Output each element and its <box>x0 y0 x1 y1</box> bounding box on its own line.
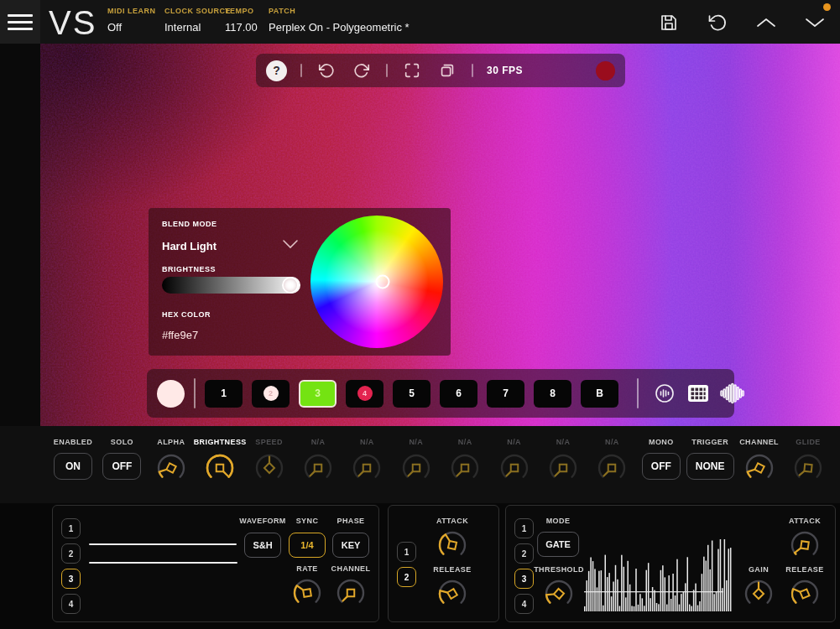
envelope-step-1[interactable]: 1 <box>397 542 416 562</box>
lfo-channel-knob[interactable] <box>332 574 369 611</box>
env-release-knob[interactable] <box>434 575 471 612</box>
grid-view-button[interactable] <box>681 380 715 408</box>
layer-button-B[interactable]: B <box>581 380 618 408</box>
param-n-a-knob[interactable] <box>545 450 582 486</box>
param-n-a-knob[interactable] <box>348 450 385 486</box>
fps-indicator: 30 FPS <box>487 65 523 76</box>
param-enabled-button[interactable]: ON <box>54 453 92 480</box>
layer-button-5[interactable]: 5 <box>393 380 430 408</box>
phase-select-button[interactable]: KEY <box>332 533 369 558</box>
param-n-a-knob[interactable] <box>496 450 533 486</box>
grid-icon <box>686 382 711 405</box>
param-alpha-knob[interactable] <box>153 450 190 486</box>
audio-waveform-display <box>584 536 733 615</box>
brightness-slider-thumb[interactable] <box>282 277 299 294</box>
tempo-field[interactable]: TEMPO 117.00 <box>225 7 258 34</box>
help-button[interactable]: ? <box>266 60 287 81</box>
mode-select-button[interactable]: GATE <box>537 532 579 557</box>
undo-button[interactable] <box>707 12 728 34</box>
current-color-swatch[interactable] <box>157 380 185 408</box>
param-n-a-knob[interactable] <box>398 450 435 486</box>
scrub-view-button[interactable] <box>648 380 681 408</box>
layer-button-8[interactable]: 8 <box>534 380 571 408</box>
next-patch-button[interactable] <box>804 12 826 34</box>
param-channel-knob[interactable] <box>741 450 778 486</box>
hamburger-menu-icon[interactable] <box>0 0 40 44</box>
duplicate-icon <box>438 61 457 80</box>
lfo-step-3[interactable]: 3 <box>61 569 81 589</box>
param-n-a: N/A <box>441 438 489 486</box>
param-solo-button[interactable]: OFF <box>102 453 141 480</box>
clock-source-label: CLOCK SOURCE <box>164 7 231 15</box>
param-speed: SPEED <box>245 438 294 486</box>
param-n-a-knob[interactable] <box>446 450 483 486</box>
color-picker-panel: BLEND MODE Hard Light BRIGHTNESS HEX COL… <box>149 208 451 356</box>
param-trigger-button[interactable]: NONE <box>686 453 734 480</box>
visual-canvas[interactable]: ? 30 FPS <box>40 44 840 426</box>
envelope-step-2[interactable]: 2 <box>397 567 416 587</box>
blend-mode-dropdown[interactable] <box>281 238 300 253</box>
vs-app-window: VS MIDI LEARN Off CLOCK SOURCE Internal … <box>0 0 840 629</box>
param-brightness-knob[interactable] <box>201 450 238 486</box>
patch-field[interactable]: PATCH Perplex On - Polygeometric * <box>269 7 410 34</box>
layer-button-6[interactable]: 6 <box>440 380 477 408</box>
layer-button-7[interactable]: 7 <box>487 380 524 408</box>
param-enabled-label: ENABLED <box>54 438 92 448</box>
toolbar-separator <box>472 64 473 77</box>
fullscreen-icon <box>403 61 421 80</box>
notification-dot <box>823 3 831 11</box>
audio-attack-label: ATTACK <box>771 517 838 525</box>
layer-button-3[interactable]: 3 <box>299 380 337 408</box>
save-button[interactable] <box>658 12 680 34</box>
fullscreen-button[interactable] <box>401 60 423 81</box>
param-mono-button[interactable]: OFF <box>642 453 681 480</box>
hex-color-label: HEX COLOR <box>162 310 211 319</box>
param-mono-label: MONO <box>649 438 674 448</box>
canvas-redo-button[interactable] <box>351 60 373 81</box>
lfo-waveform-display <box>89 562 237 564</box>
layer-button-2[interactable]: 2 <box>252 380 290 408</box>
rate-knob[interactable] <box>289 574 326 611</box>
param-n-a-label: N/A <box>409 438 423 448</box>
threshold-knob[interactable] <box>540 575 577 612</box>
duplicate-button[interactable] <box>436 60 458 81</box>
waveform-view-button[interactable] <box>715 380 749 408</box>
midi-learn-field[interactable]: MIDI LEARN Off <box>107 7 156 34</box>
gain-knob[interactable] <box>740 575 777 612</box>
param-channel: CHANNEL <box>735 438 784 486</box>
param-n-a: N/A <box>294 438 342 486</box>
lfo-step-4[interactable]: 4 <box>61 594 81 614</box>
audio-step-4[interactable]: 4 <box>514 594 534 614</box>
audio-follower-panel: 1234 MODE GATE THRESHOLD GAIN ATTACK REL… <box>505 505 836 622</box>
lfo-step-1[interactable]: 1 <box>61 518 81 538</box>
chevron-up-icon <box>755 16 777 29</box>
brightness-slider[interactable] <box>162 277 300 294</box>
color-wheel-selector[interactable] <box>376 275 390 289</box>
param-speed-knob[interactable] <box>251 450 288 486</box>
mode-label: MODE <box>524 517 592 525</box>
audio-release-knob[interactable] <box>786 575 823 612</box>
audio-step-2[interactable]: 2 <box>514 543 534 564</box>
clock-source-field[interactable]: CLOCK SOURCE Internal <box>164 7 231 34</box>
waveform-select-button[interactable]: S&H <box>244 533 281 558</box>
threshold-label: THRESHOLD <box>525 565 592 574</box>
lfo-step-2[interactable]: 2 <box>61 543 81 564</box>
env-attack-knob[interactable] <box>434 527 471 564</box>
audio-attack-knob[interactable] <box>786 527 823 564</box>
previous-patch-button[interactable] <box>755 12 777 34</box>
param-trigger-label: TRIGGER <box>691 438 728 448</box>
layer-button-4[interactable]: 4 <box>346 380 383 408</box>
layer-button-1[interactable]: 1 <box>205 380 243 408</box>
sync-select-button[interactable]: 1/4 <box>289 533 326 558</box>
param-n-a-knob[interactable] <box>593 450 630 486</box>
env-attack-label: ATTACK <box>419 517 486 525</box>
record-button[interactable] <box>596 61 615 81</box>
lfo-channel-label: CHANNEL <box>317 564 384 573</box>
param-n-a-knob[interactable] <box>300 450 337 486</box>
color-wheel[interactable] <box>310 216 443 348</box>
app-logo: VS <box>49 1 97 44</box>
param-glide-knob[interactable] <box>790 450 827 486</box>
canvas-undo-button[interactable] <box>316 60 337 81</box>
blend-mode-select[interactable]: Hard Light <box>162 240 217 252</box>
param-mono: MONOOFF <box>637 438 686 480</box>
